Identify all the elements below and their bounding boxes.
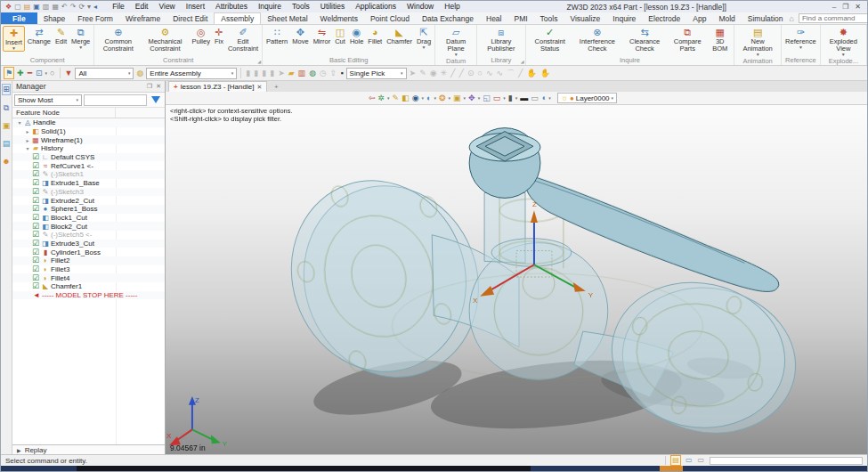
chevron-down-icon[interactable]: ▾ <box>434 95 436 101</box>
dropdown-arrow-icon[interactable]: ▼ <box>422 45 426 50</box>
view-cube-icon[interactable]: ◧ <box>402 93 410 104</box>
shade-mode-icon[interactable]: ◐ <box>426 93 431 104</box>
zoom-window-icon[interactable]: ◱ <box>483 93 491 104</box>
constraint-coincident-icon[interactable]: ▮ <box>245 68 251 78</box>
menu-item-inquire[interactable]: Inquire <box>253 1 287 12</box>
merge-button[interactable]: ⧉Merge▼ <box>69 26 92 50</box>
new-animation-button[interactable]: ▤New Animation▼ <box>736 26 779 57</box>
scope-select[interactable]: Entire Assembly▾ <box>146 68 237 79</box>
tab-sheet-metal[interactable]: Sheet Metal <box>261 12 313 24</box>
insert-button[interactable]: ✚Insert▼ <box>3 26 25 52</box>
line2-tool-icon[interactable]: ╱ <box>458 68 465 78</box>
menu-item-insert[interactable]: Insert <box>181 1 210 12</box>
tree-item-default-csys[interactable]: ☑∟Default CSYS <box>12 153 165 162</box>
chevron-down-icon[interactable]: ▾ <box>478 95 481 101</box>
assembly-scope-icon[interactable]: ◍ <box>135 68 144 78</box>
library-publisher-button[interactable]: ⧈Library Publisher <box>479 26 523 53</box>
tab-assembly[interactable]: Assembly <box>214 12 261 24</box>
tree-item-block1-cut[interactable]: ☑◧Block1_Cut <box>12 214 165 223</box>
checkbox-checked-icon[interactable]: ☑ <box>32 153 41 161</box>
interference-check-button[interactable]: ⊗Interference Check <box>573 26 622 53</box>
panel-popout-icon[interactable]: ❐ <box>147 83 152 90</box>
tree-item-model-stop-here[interactable]: ◄----- MODEL STOP HERE ----- <box>12 291 165 300</box>
section-view-icon[interactable]: ✥ <box>468 93 475 104</box>
chevron-down-icon[interactable]: ▾ <box>464 95 466 101</box>
reference-button[interactable]: ✑Reference▼ <box>783 26 818 50</box>
pick-arrow-icon[interactable]: ➤ <box>409 68 418 78</box>
undo-icon[interactable]: ↶ <box>61 2 68 12</box>
tree-item-extrude3-cut[interactable]: ☑◨Extrude3_Cut <box>12 240 165 248</box>
compare-parts-button[interactable]: ⧉Compare Parts <box>668 26 707 53</box>
grab2-icon[interactable]: ✋ <box>539 68 551 78</box>
snap-point-icon[interactable]: ✲ <box>378 93 385 104</box>
checkbox-checked-icon[interactable]: ☑ <box>32 282 41 290</box>
save-icon[interactable]: ▣ <box>33 2 40 12</box>
role-manager-icon[interactable]: ☻ <box>2 157 10 167</box>
tree-item-wireframe-1[interactable]: ▸▦Wireframe(1) <box>12 135 165 144</box>
cut-button[interactable]: ◫Cut <box>333 26 347 45</box>
menu-item-attributes[interactable]: Attributes <box>210 1 253 12</box>
grab-icon[interactable]: ✋ <box>525 68 537 78</box>
tab-wireframe[interactable]: Wireframe <box>119 12 166 24</box>
checkbox-checked-icon[interactable]: ☑ <box>32 170 41 178</box>
chevron-down-icon[interactable]: ▾ <box>449 95 451 101</box>
move-button[interactable]: ✥Move <box>290 26 310 45</box>
tab-file[interactable]: File <box>1 12 37 24</box>
edit-constraint-button[interactable]: ✐Edit Constraint <box>226 26 260 53</box>
checkbox-checked-icon[interactable]: ☑ <box>32 188 41 196</box>
tab-shape[interactable]: Shape <box>37 12 72 24</box>
tab-point-cloud[interactable]: Point Cloud <box>364 12 416 24</box>
visibility-icon[interactable]: ◖ <box>541 93 546 104</box>
group-expander-icon[interactable]: ◢ <box>257 59 261 64</box>
new-file-icon[interactable]: ▢ <box>14 2 21 12</box>
checkbox-checked-icon[interactable]: ☑ <box>32 265 41 273</box>
filter-flag-icon[interactable]: ▼ <box>64 68 74 78</box>
white-swatch-icon[interactable]: ▭ <box>531 93 539 104</box>
menu-item-applications[interactable]: Applications <box>350 1 402 12</box>
tab-heal[interactable]: Heal <box>480 12 507 24</box>
hole-button[interactable]: ◉Hole <box>348 26 365 45</box>
material-icon[interactable]: ▮ <box>508 93 513 104</box>
pick-mode-select[interactable]: Single Pick▾ <box>346 68 407 79</box>
update-icon[interactable]: ⇪ <box>329 68 338 78</box>
show-entity-icon[interactable]: ⚑ <box>4 67 14 79</box>
frame-select-icon[interactable]: ⊡ <box>35 68 44 78</box>
change-button[interactable]: ⇄Change <box>26 26 53 45</box>
menu-item-file[interactable]: File <box>107 1 130 12</box>
tab-tools[interactable]: Tools <box>534 12 564 24</box>
point-circle-icon[interactable]: ⊙ <box>466 68 475 78</box>
chevron-down-icon[interactable]: ▾ <box>503 95 506 101</box>
brush-icon[interactable]: ✎ <box>393 93 400 104</box>
entity-filter-select[interactable]: All▾ <box>75 68 134 79</box>
tab-mold[interactable]: Mold <box>712 12 741 24</box>
menu-item-utilities[interactable]: Utilities <box>315 1 350 12</box>
pick-burst-icon[interactable]: ✳ <box>440 68 449 78</box>
print-icon[interactable]: ▥ <box>43 2 50 12</box>
tree-item-chamfer1[interactable]: ☑◣Chamfer1 <box>12 282 165 291</box>
render-mode-icon[interactable]: ❂ <box>439 93 446 104</box>
view-orient-icon[interactable]: ◉ <box>412 93 419 104</box>
chevron-down-icon[interactable]: ▾ <box>515 95 518 101</box>
arc-icon[interactable]: ⌒ <box>506 68 515 78</box>
tree-filter-input[interactable] <box>84 94 147 106</box>
find-command-box[interactable] <box>799 13 868 23</box>
add-entity-icon[interactable]: ✚ <box>16 68 25 78</box>
circle-select-icon[interactable]: ○ <box>49 68 55 78</box>
drag-button[interactable]: ⇱Drag▼ <box>415 26 433 50</box>
tab-data-exchange[interactable]: Data Exchange <box>416 12 480 24</box>
checkbox-checked-icon[interactable]: ☑ <box>32 248 41 256</box>
history-manager-icon[interactable]: ⊞ <box>2 84 11 95</box>
checkbox-checked-icon[interactable]: ☑ <box>32 205 41 213</box>
view-manager-icon[interactable]: ▣ <box>3 121 11 131</box>
tree-expander-icon[interactable]: ▸ <box>24 137 31 143</box>
mechanical-constraint-button[interactable]: ⚙Mechanical Constraint <box>141 26 189 53</box>
dock-output-icon[interactable]: ▭ <box>685 456 694 465</box>
restore-button[interactable]: ❐ <box>842 3 848 11</box>
tab-visualize[interactable]: Visualize <box>564 12 606 24</box>
find-command-input[interactable] <box>802 14 868 22</box>
checkbox-checked-icon[interactable]: ☑ <box>32 223 41 231</box>
tab-close-icon[interactable]: ✕ <box>256 84 262 91</box>
checkbox-checked-icon[interactable]: ☑ <box>32 162 41 170</box>
tree-item-handle[interactable]: ▾◬Handle <box>12 118 165 127</box>
replay-bar[interactable]: ▶ Replay <box>12 444 165 454</box>
